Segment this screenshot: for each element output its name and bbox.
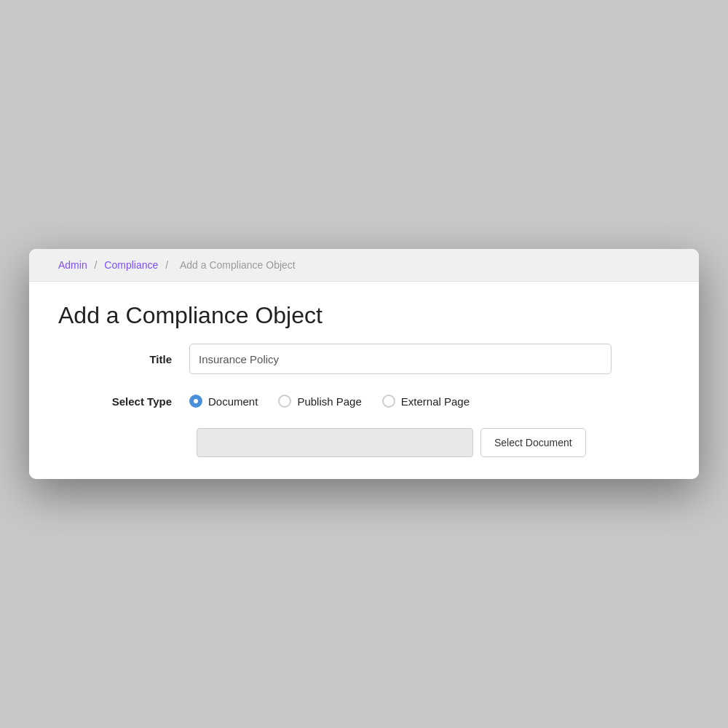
form-area: Title Select Type Document Publish Page bbox=[29, 344, 699, 457]
breadcrumb-sep2: / bbox=[165, 259, 168, 271]
breadcrumb-sep1: / bbox=[95, 259, 98, 271]
radio-publish-circle[interactable] bbox=[278, 395, 291, 408]
title-label: Title bbox=[58, 353, 189, 365]
radio-group: Document Publish Page External Page bbox=[189, 395, 470, 408]
breadcrumb-bar: Admin / Compliance / Add a Compliance Ob… bbox=[29, 249, 699, 282]
type-label: Select Type bbox=[58, 395, 189, 408]
main-page: Admin / Compliance / Add a Compliance Ob… bbox=[29, 249, 699, 479]
breadcrumb-admin[interactable]: Admin bbox=[58, 259, 87, 271]
radio-external-page[interactable]: External Page bbox=[382, 395, 470, 408]
title-input[interactable] bbox=[189, 344, 612, 374]
type-row: Select Type Document Publish Page Extern… bbox=[58, 395, 670, 408]
radio-publish-page[interactable]: Publish Page bbox=[278, 395, 361, 408]
page-title-area: Add a Compliance Object bbox=[29, 282, 699, 344]
radio-external-label: External Page bbox=[401, 395, 470, 408]
doc-select-row: Select Document bbox=[58, 428, 670, 457]
radio-document-label: Document bbox=[208, 395, 258, 408]
doc-path-input[interactable] bbox=[197, 428, 473, 457]
page-title: Add a Compliance Object bbox=[58, 302, 670, 329]
select-document-button[interactable]: Select Document bbox=[480, 428, 586, 457]
radio-external-circle[interactable] bbox=[382, 395, 395, 408]
breadcrumb-current: Add a Compliance Object bbox=[180, 259, 296, 271]
breadcrumb: Admin / Compliance / Add a Compliance Ob… bbox=[58, 259, 670, 271]
radio-document[interactable]: Document bbox=[189, 395, 258, 408]
title-row: Title bbox=[58, 344, 670, 374]
main-window: Admin / Compliance / Add a Compliance Ob… bbox=[29, 249, 699, 479]
radio-document-circle[interactable] bbox=[189, 395, 202, 408]
radio-publish-label: Publish Page bbox=[297, 395, 361, 408]
breadcrumb-compliance[interactable]: Compliance bbox=[104, 259, 158, 271]
